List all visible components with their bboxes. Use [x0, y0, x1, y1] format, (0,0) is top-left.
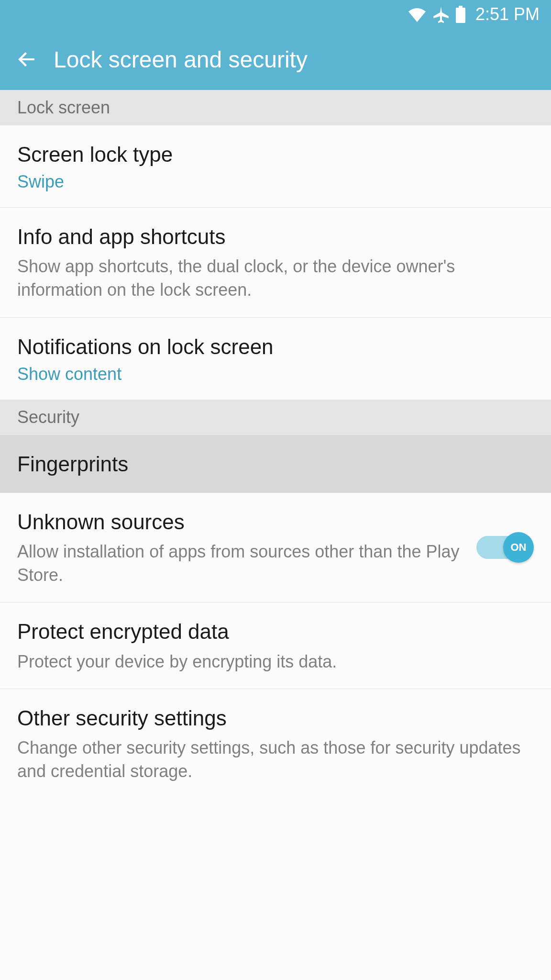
page-title: Lock screen and security [54, 46, 308, 73]
item-unknown-sources[interactable]: Unknown sources Allow installation of ap… [0, 493, 551, 602]
item-fingerprints[interactable]: Fingerprints [0, 435, 551, 493]
item-description: Protect your device by encrypting its da… [17, 650, 534, 674]
section-header-security: Security [0, 400, 551, 435]
item-notifications-lock-screen[interactable]: Notifications on lock screen Show conten… [0, 318, 551, 400]
item-protect-encrypted[interactable]: Protect encrypted data Protect your devi… [0, 602, 551, 689]
item-description: Show app shortcuts, the dual clock, or t… [17, 255, 534, 301]
item-info-shortcuts[interactable]: Info and app shortcuts Show app shortcut… [0, 208, 551, 317]
toggle-thumb: ON [503, 532, 534, 563]
item-title: Notifications on lock screen [17, 333, 534, 360]
battery-icon [455, 6, 466, 23]
section-header-lock-screen: Lock screen [0, 90, 551, 125]
app-header: Lock screen and security [0, 29, 551, 90]
item-subtitle: Show content [17, 364, 534, 384]
back-arrow-icon[interactable] [15, 48, 38, 71]
item-title: Unknown sources [17, 508, 467, 535]
svg-rect-1 [456, 8, 465, 23]
wifi-icon [408, 7, 427, 22]
status-bar: 2:51 PM [0, 0, 551, 29]
item-subtitle: Swipe [17, 172, 534, 192]
item-title: Other security settings [17, 704, 534, 732]
item-title: Protect encrypted data [17, 618, 534, 645]
svg-rect-0 [459, 6, 463, 8]
airplane-icon [432, 6, 450, 23]
item-description: Change other security settings, such as … [17, 736, 534, 783]
item-title: Info and app shortcuts [17, 223, 534, 250]
item-title: Screen lock type [17, 141, 534, 168]
item-screen-lock-type[interactable]: Screen lock type Swipe [0, 125, 551, 208]
toggle-unknown-sources[interactable]: ON [476, 532, 534, 563]
item-title: Fingerprints [17, 450, 534, 478]
item-description: Allow installation of apps from sources … [17, 540, 467, 587]
status-time: 2:51 PM [475, 4, 540, 24]
item-other-security[interactable]: Other security settings Change other sec… [0, 689, 551, 798]
